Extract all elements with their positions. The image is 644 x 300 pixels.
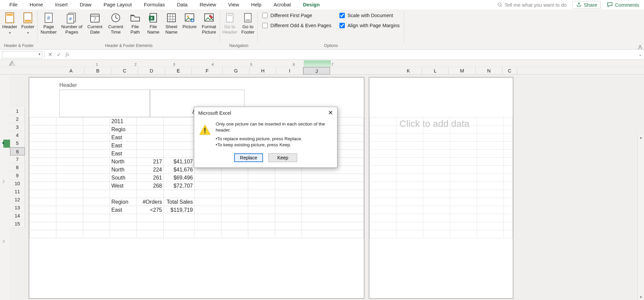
col-C2[interactable]: C xyxy=(502,67,517,74)
replace-button[interactable]: Replace xyxy=(234,153,263,162)
cell[interactable] xyxy=(504,166,513,174)
scale-with-doc-checkbox[interactable]: Scale with Document xyxy=(339,13,393,18)
cell[interactable] xyxy=(370,190,396,198)
cell[interactable] xyxy=(504,182,513,190)
cell[interactable] xyxy=(195,214,221,222)
tab-acrobat[interactable]: Acrobat xyxy=(267,0,297,9)
cell[interactable] xyxy=(195,174,221,182)
cell[interactable] xyxy=(221,198,248,206)
cell[interactable] xyxy=(477,134,504,142)
cell[interactable] xyxy=(450,166,477,174)
cell[interactable] xyxy=(450,206,477,214)
cell[interactable] xyxy=(302,182,364,190)
tab-home[interactable]: Home xyxy=(23,0,49,9)
cell[interactable] xyxy=(56,182,83,190)
cell[interactable] xyxy=(504,222,513,230)
cell[interactable] xyxy=(370,222,396,230)
cell[interactable] xyxy=(477,222,504,230)
cell[interactable] xyxy=(477,174,504,182)
cell[interactable] xyxy=(56,158,83,166)
vertical-scrollbar[interactable]: ▴ ▾ xyxy=(637,134,644,300)
cell[interactable] xyxy=(423,222,450,230)
cell[interactable] xyxy=(423,230,450,238)
cell[interactable] xyxy=(423,150,450,158)
current-date-button[interactable]: 7 Current Date xyxy=(86,11,104,35)
cell[interactable] xyxy=(302,214,364,222)
col-K[interactable]: K xyxy=(395,67,422,74)
cell[interactable] xyxy=(56,190,83,198)
cell[interactable] xyxy=(195,190,221,198)
cell[interactable] xyxy=(450,174,477,182)
cell[interactable]: 217 xyxy=(137,158,164,166)
cell[interactable] xyxy=(477,142,504,150)
cell[interactable]: East xyxy=(110,150,137,158)
cell[interactable] xyxy=(275,190,302,198)
cell[interactable] xyxy=(30,222,56,230)
cell[interactable] xyxy=(423,206,450,214)
cell[interactable] xyxy=(30,117,56,126)
cell[interactable] xyxy=(221,206,248,214)
cell[interactable] xyxy=(83,150,110,158)
col-C[interactable]: C xyxy=(111,67,138,74)
cell[interactable] xyxy=(221,182,248,190)
col-E[interactable]: E xyxy=(165,67,192,74)
row-7[interactable]: 7 xyxy=(10,155,25,163)
cell[interactable] xyxy=(477,190,504,198)
cell[interactable] xyxy=(56,142,83,150)
cell[interactable] xyxy=(396,198,423,206)
cell[interactable] xyxy=(137,230,164,238)
cell[interactable] xyxy=(504,134,513,142)
cell[interactable] xyxy=(164,190,195,198)
cell[interactable] xyxy=(275,222,302,230)
cell[interactable] xyxy=(83,134,110,142)
cell[interactable] xyxy=(370,126,396,134)
cell[interactable] xyxy=(370,206,396,214)
cell[interactable] xyxy=(370,198,396,206)
tab-review[interactable]: Review xyxy=(194,0,222,9)
cell[interactable]: 2011 xyxy=(110,117,137,126)
cell[interactable] xyxy=(396,222,423,230)
cell[interactable] xyxy=(83,174,110,182)
cell[interactable] xyxy=(83,182,110,190)
cell[interactable] xyxy=(248,174,275,182)
cell[interactable]: $119,719 xyxy=(164,206,195,214)
cell[interactable] xyxy=(56,150,83,158)
diff-first-page-input[interactable] xyxy=(262,13,268,18)
cell[interactable] xyxy=(450,150,477,158)
cell[interactable] xyxy=(195,230,221,238)
cell[interactable] xyxy=(302,174,364,182)
scroll-down-button[interactable]: ▾ xyxy=(638,294,644,300)
cell[interactable] xyxy=(164,117,195,126)
diff-first-page-checkbox[interactable]: Different First Page xyxy=(262,13,312,18)
cell[interactable] xyxy=(221,174,248,182)
cell[interactable] xyxy=(370,166,396,174)
cell[interactable] xyxy=(450,198,477,206)
cell[interactable] xyxy=(56,126,83,134)
cell[interactable] xyxy=(477,126,504,134)
cell[interactable] xyxy=(370,174,396,182)
cell[interactable] xyxy=(396,166,423,174)
cell[interactable] xyxy=(56,166,83,174)
cell[interactable] xyxy=(56,174,83,182)
cell[interactable] xyxy=(370,117,396,126)
outline-indicator-2[interactable]: 2 xyxy=(3,180,5,184)
row-4[interactable]: 4 xyxy=(10,131,25,139)
cell[interactable]: Total Sales xyxy=(164,198,195,206)
tab-page-layout[interactable]: Page Layout xyxy=(98,0,138,9)
row-3[interactable]: 3 xyxy=(10,123,25,131)
cell[interactable] xyxy=(504,142,513,150)
cell[interactable] xyxy=(477,150,504,158)
file-name-button[interactable]: X File Name xyxy=(146,11,161,35)
share-button[interactable]: Share xyxy=(573,1,601,9)
cell[interactable]: 261 xyxy=(137,174,164,182)
cell[interactable] xyxy=(477,182,504,190)
tab-view[interactable]: View xyxy=(222,0,245,9)
cell[interactable] xyxy=(275,214,302,222)
cell[interactable] xyxy=(164,214,195,222)
comments-button[interactable]: Comments xyxy=(603,1,643,8)
cell[interactable] xyxy=(477,158,504,166)
col-M[interactable]: M xyxy=(449,67,476,74)
format-picture-button[interactable]: Format Picture xyxy=(200,11,218,35)
fx-icon[interactable]: fx xyxy=(64,51,71,58)
col-L[interactable]: L xyxy=(422,67,449,74)
